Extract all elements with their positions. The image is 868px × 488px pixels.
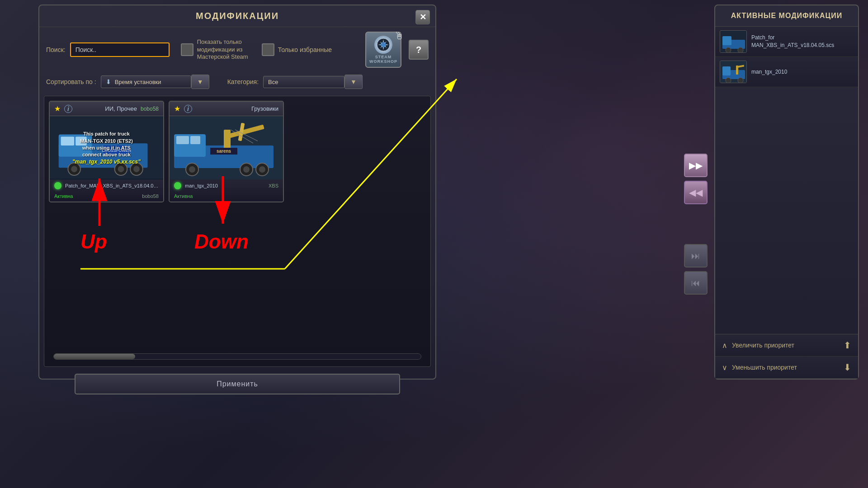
apply-button[interactable]: Применить — [75, 374, 400, 394]
active-mod-item-2[interactable]: man_tgx_2010 — [715, 57, 858, 87]
mod-card-1-status-dot — [54, 182, 61, 189]
deactivate-mod-button[interactable]: ◀◀ — [684, 181, 708, 204]
svg-point-44 — [738, 78, 743, 83]
mod-card-1[interactable]: ★ i ИИ, Прочее bobo58 — [49, 101, 164, 202]
active-mods-panel: АКТИВНЫЕ МОДИФИКАЦИИ Patch_forMAN_XBS_in… — [714, 5, 859, 380]
move-top-button[interactable]: ⏭ — [684, 244, 708, 267]
active-mods-title: АКТИВНЫЕ МОДИФИКАЦИИ — [715, 5, 858, 27]
mod-card-2-header: ★ i Грузовики — [170, 102, 283, 116]
svg-text:sarens: sarens — [217, 149, 231, 154]
mods-area: ★ i ИИ, Прочее bobo58 — [44, 96, 431, 367]
search-input[interactable] — [70, 42, 170, 57]
search-label: Поиск: — [46, 46, 66, 53]
svg-rect-35 — [722, 36, 731, 45]
mod-card-2-thumbnail: sarens — [170, 116, 283, 179]
mod-window: МОДИФИКАЦИИ ✕ Поиск: Показать толькомоди… — [38, 5, 436, 380]
move-bottom-button[interactable]: ⏮ — [684, 271, 708, 295]
favorites-filter-area: Только избранные — [262, 43, 332, 56]
mod-card-2-status: Активна — [174, 193, 193, 199]
window-title: МОДИФИКАЦИИ — [39, 5, 435, 27]
mod-card-2-uploader: XBS — [269, 183, 278, 188]
truck-2-illustration: sarens — [170, 116, 283, 179]
help-button[interactable]: ? — [409, 40, 429, 60]
svg-rect-40 — [722, 66, 731, 75]
category-value: Все — [268, 79, 278, 85]
svg-point-43 — [726, 78, 731, 83]
mod-card-1-thumbnail: CROSSPOWER This patch for truck MAN-TGX … — [50, 116, 163, 179]
mod-card-2-star-icon[interactable]: ★ — [174, 104, 180, 113]
category-dropdown[interactable]: Все — [263, 76, 344, 88]
steam-icon — [374, 36, 392, 54]
side-nav-area: ▶▶ ◀◀ ⏭ ⏮ — [684, 154, 708, 295]
decrease-priority-arrow-icon: ⬇ — [844, 362, 851, 373]
svg-rect-18 — [176, 136, 189, 144]
active-mod-2-thumbnail — [720, 61, 747, 83]
sort-dropdown-arrow[interactable]: ▼ — [191, 75, 209, 89]
mod-card-1-text-overlay: This patch for truck MAN-TGX 2010 (ETS2)… — [50, 116, 163, 179]
favorites-filter-checkbox[interactable] — [262, 43, 274, 56]
active-mod-1-name: Patch_forMAN_XBS_in_ATS_v18.04.05.scs — [751, 34, 854, 49]
mod-card-2[interactable]: ★ i Грузовики — [169, 101, 284, 202]
steam-logo-icon — [376, 38, 391, 52]
svg-point-26 — [189, 166, 195, 173]
active-mod-2-info: man_tgx_2010 — [751, 68, 854, 76]
mod-card-1-category: ИИ, Прочее — [105, 105, 137, 112]
active-mod-item-1[interactable]: Patch_forMAN_XBS_in_ATS_v18.04.05.scs — [715, 27, 858, 57]
active-mod-1-thumb-icon — [720, 31, 747, 53]
category-dropdown-arrow[interactable]: ▼ — [344, 75, 363, 89]
category-label: Категория: — [227, 78, 259, 85]
increase-priority-arrow-icon: ⬆ — [844, 340, 851, 351]
mod-card-2-footer: man_tgx_2010 XBS — [170, 179, 283, 192]
scrollbar-thumb[interactable] — [54, 354, 135, 359]
workshop-filter-checkbox[interactable] — [181, 43, 193, 56]
chevron-down-icon: ∨ — [722, 363, 727, 372]
workshop-filter-label: Показать толькомодификации изМастерской … — [197, 38, 248, 61]
close-button[interactable]: ✕ — [415, 10, 430, 24]
workshop-filter-area: Показать толькомодификации изМастерской … — [181, 38, 248, 61]
sort-dropdown[interactable]: ⬇ Время установки — [101, 75, 191, 88]
mod-card-2-status-dot — [174, 182, 181, 189]
mod-card-1-name: Patch_for_MAN_XBS_in_ATS_v18.04.05... — [65, 183, 159, 188]
mod-card-2-name: man_tgx_2010 — [185, 183, 265, 188]
increase-priority-label: Увеличить приоритет — [732, 342, 839, 349]
mod-card-1-status: Активна — [54, 193, 73, 199]
mod-card-1-star-icon[interactable]: ★ — [54, 104, 61, 113]
active-mod-1-thumbnail — [720, 30, 747, 53]
active-mod-1-info: Patch_forMAN_XBS_in_ATS_v18.04.05.scs — [751, 34, 854, 49]
decrease-priority-button[interactable]: ∨ Уменьшить приоритет ⬇ — [715, 357, 858, 379]
steam-workshop-button[interactable]: STEAMWORKSHOP 🖱 — [365, 32, 401, 68]
increase-priority-button[interactable]: ∧ Увеличить приоритет ⬆ — [715, 334, 858, 357]
mod-card-1-header: ★ i ИИ, Прочее bobo58 — [50, 102, 163, 116]
svg-point-37 — [738, 47, 743, 53]
mod-card-1-footer: Patch_for_MAN_XBS_in_ATS_v18.04.05... — [50, 179, 163, 192]
svg-point-36 — [726, 47, 731, 53]
decrease-priority-label: Уменьшить приоритет — [732, 364, 839, 371]
horizontal-scrollbar[interactable] — [53, 353, 421, 360]
sort-value: Время установки — [115, 79, 161, 85]
mod-card-2-info-button[interactable]: i — [184, 105, 192, 113]
svg-point-28 — [243, 166, 250, 173]
mod-card-1-info-button[interactable]: i — [64, 105, 72, 113]
search-row: Поиск: Показать толькомодификации изМаст… — [39, 27, 435, 72]
sort-label: Сортировать по : — [46, 78, 96, 85]
active-mod-2-thumb-icon — [720, 61, 747, 83]
steam-workshop-label: STEAMWORKSHOP — [369, 55, 397, 64]
mods-grid: ★ i ИИ, Прочее bobo58 — [49, 101, 426, 202]
active-mod-2-name: man_tgx_2010 — [751, 68, 854, 76]
activate-mod-button[interactable]: ▶▶ — [684, 154, 708, 177]
apply-btn-area: Применить — [39, 369, 435, 399]
mod-card-2-category: Грузовики — [251, 105, 278, 112]
priority-area: ∧ Увеличить приоритет ⬆ ∨ Уменьшить прио… — [715, 334, 858, 379]
chevron-up-icon: ∧ — [722, 341, 727, 350]
mod-card-1-uploader: bobo58 — [142, 193, 159, 199]
svg-rect-19 — [190, 136, 200, 144]
mod-card-1-author: bobo58 — [141, 106, 159, 112]
svg-point-30 — [259, 166, 265, 173]
favorites-filter-label: Только избранные — [278, 46, 332, 53]
sort-row: Сортировать по : ⬇ Время установки ▼ Кат… — [39, 72, 435, 94]
